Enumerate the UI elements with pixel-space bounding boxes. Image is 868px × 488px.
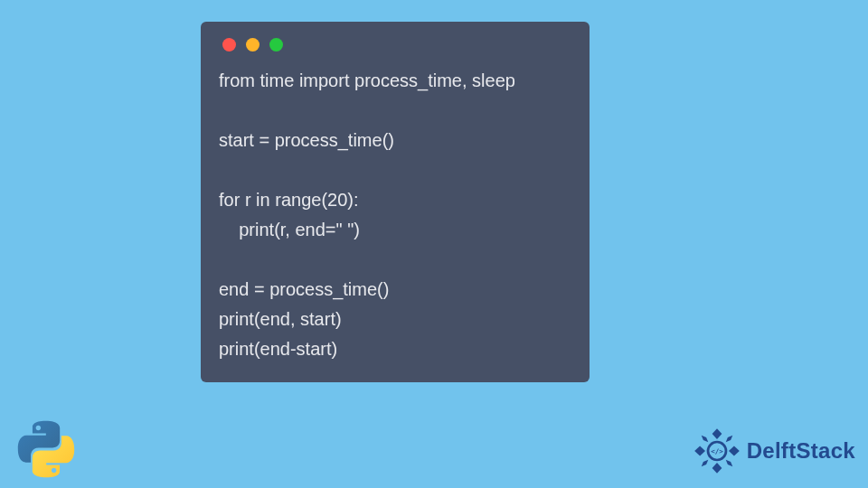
- window-traffic-lights: [219, 34, 571, 52]
- brand-footer: </> DelftStack: [693, 427, 855, 475]
- code-line: print(r, end=" "): [219, 220, 360, 239]
- delftstack-logo-icon: </>: [693, 427, 741, 475]
- svg-text:</>: </>: [711, 447, 723, 455]
- code-line: print(end, start): [219, 309, 342, 329]
- code-line: print(end-start): [219, 339, 337, 359]
- code-line: start = process_time(): [219, 130, 394, 150]
- close-icon: [222, 38, 236, 52]
- brand-name: DelftStack: [747, 438, 855, 464]
- python-logo-icon: [16, 419, 76, 479]
- code-block: from time import process_time, sleep sta…: [219, 66, 571, 364]
- maximize-icon: [269, 38, 283, 52]
- minimize-icon: [246, 38, 259, 52]
- code-line: for r in range(20):: [219, 190, 359, 210]
- code-line: from time import process_time, sleep: [219, 70, 515, 90]
- code-line: end = process_time(): [219, 279, 389, 299]
- code-window: from time import process_time, sleep sta…: [201, 22, 590, 382]
